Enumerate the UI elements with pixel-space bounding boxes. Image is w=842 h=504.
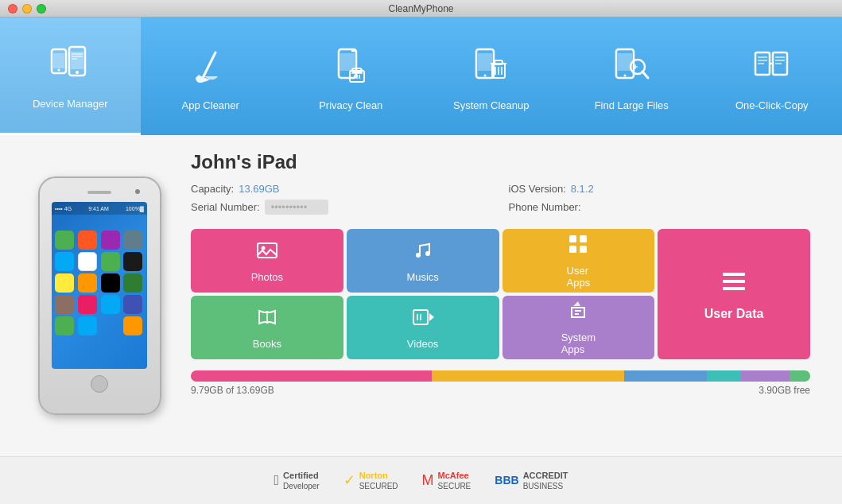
serial-row: Serial Number: •••••••••• [191, 200, 493, 215]
norton-badge-title: Norton [359, 470, 398, 481]
progress-apps [624, 370, 707, 382]
badge-norton: ✓ Norton SECURED [343, 470, 398, 491]
app-cleaner-icon [185, 42, 236, 93]
mcafee-badge-sub: SECURE [438, 481, 471, 491]
mcafee-badge-text: McAfee SECURE [438, 470, 471, 491]
nav-item-device-manager[interactable]: Device Manager [0, 17, 141, 135]
svg-rect-50 [569, 246, 576, 253]
svg-point-45 [261, 246, 265, 250]
mcafee-logo: M [422, 472, 434, 489]
grid-btn-user-apps[interactable]: UserApps [502, 229, 655, 293]
apple-badge-text: Certified Developer [283, 470, 320, 491]
videos-icon [412, 306, 434, 333]
svg-rect-52 [723, 273, 745, 276]
privacy-clean-icon [325, 42, 376, 93]
nav-item-privacy-clean[interactable]: Privacy Clean [281, 17, 421, 135]
user-apps-label: UserApps [567, 265, 591, 289]
capacity-row: Capacity: 13.69GB [191, 183, 493, 195]
bbb-badge-title: ACCREDIT [523, 470, 568, 481]
svg-rect-48 [569, 235, 576, 242]
svg-rect-51 [580, 246, 587, 253]
grid-btn-videos[interactable]: Videos [347, 296, 499, 359]
books-label: Books [253, 338, 281, 350]
feature-grid: Photos Musics [191, 229, 810, 359]
phone-label: Phone Number: [509, 201, 581, 213]
footer:  Certified Developer ✓ Norton SECURED M… [0, 456, 842, 504]
svg-marker-57 [429, 313, 434, 321]
svg-rect-54 [723, 287, 745, 290]
nav-item-system-cleanup[interactable]: System Cleanup [421, 17, 562, 135]
svg-point-30 [624, 74, 627, 76]
musics-label: Musics [406, 271, 438, 283]
title-bar: CleanMyPhone [0, 0, 842, 17]
progress-labels: 9.79GB of 13.69GB 3.90GB free [191, 385, 810, 396]
apple-logo:  [274, 472, 280, 489]
phone-row: Phone Number: [509, 200, 811, 215]
progress-system [741, 370, 790, 382]
videos-label: Videos [407, 338, 439, 350]
grid-btn-user-data[interactable]: User Data [658, 229, 810, 359]
device-manager-icon [45, 41, 95, 91]
phone-mockup: •••• 4G 9:41 AM 100%▓ [32, 151, 167, 440]
svg-point-47 [425, 251, 430, 256]
svg-rect-49 [580, 235, 587, 242]
storage-progress-bar [191, 370, 810, 382]
grid-btn-photos[interactable]: Photos [191, 229, 343, 293]
grid-btn-system-apps[interactable]: SystemApps [502, 296, 655, 359]
bbb-logo: BBB [495, 474, 518, 487]
photos-icon [256, 239, 278, 266]
system-apps-icon [567, 300, 589, 327]
storage-used: 9.79GB of 13.69GB [191, 385, 274, 396]
norton-badge-sub: SECURED [359, 481, 398, 491]
system-apps-label: SystemApps [561, 331, 596, 355]
svg-rect-24 [495, 60, 502, 64]
phone-body: •••• 4G 9:41 AM 100%▓ [38, 176, 161, 415]
nav-bar: Device Manager App Cleaner [0, 17, 842, 135]
svg-rect-1 [53, 53, 64, 68]
nav-label-system-cleanup: System Cleanup [453, 99, 529, 111]
svg-rect-20 [478, 53, 492, 71]
nav-item-find-large-files[interactable]: Find Large Files [561, 17, 702, 135]
badge-mcafee: M McAfee SECURE [422, 470, 471, 491]
user-data-label: User Data [704, 307, 764, 321]
svg-rect-44 [258, 243, 277, 258]
svg-point-21 [483, 74, 486, 76]
phone-speaker [87, 191, 111, 194]
svg-line-32 [642, 72, 648, 78]
mcafee-badge-title: McAfee [438, 470, 471, 481]
musics-icon [412, 239, 434, 266]
one-click-copy-icon [747, 42, 797, 93]
svg-point-46 [416, 253, 421, 258]
nav-label-find-large-files: Find Large Files [595, 99, 669, 111]
phone-camera [135, 189, 140, 194]
device-meta: Capacity: 13.69GB iOS Version: 8.1.2 Ser… [191, 183, 810, 215]
app-title: CleanMyPhone [388, 3, 453, 14]
grid-btn-books[interactable]: Books [191, 296, 343, 359]
grid-btn-musics[interactable]: Musics [347, 229, 499, 293]
system-cleanup-icon [466, 42, 517, 93]
nav-item-app-cleaner[interactable]: App Cleaner [141, 17, 281, 135]
svg-point-5 [76, 71, 79, 74]
serial-value: •••••••••• [265, 200, 328, 215]
svg-point-2 [58, 69, 60, 72]
capacity-label: Capacity: [191, 183, 234, 195]
window-controls [8, 4, 46, 14]
device-info-panel: John's iPad Capacity: 13.69GB iOS Versio… [191, 151, 810, 440]
find-large-files-icon [606, 42, 657, 93]
capacity-value: 13.69GB [239, 183, 279, 195]
norton-logo: ✓ [343, 471, 355, 489]
bbb-badge-sub: BUSINESS [523, 481, 568, 491]
minimize-button[interactable] [22, 4, 32, 14]
progress-videos [707, 370, 741, 382]
nav-label-one-click-copy: One-Click-Copy [735, 99, 809, 111]
maximize-button[interactable] [37, 4, 46, 14]
norton-badge-text: Norton SECURED [359, 470, 398, 491]
close-button[interactable] [8, 4, 17, 14]
badge-apple:  Certified Developer [274, 470, 320, 491]
progress-other [790, 370, 810, 382]
bbb-badge-text: ACCREDIT BUSINESS [523, 470, 568, 491]
ios-value: 8.1.2 [571, 183, 594, 195]
nav-label-app-cleaner: App Cleaner [182, 99, 239, 111]
nav-item-one-click-copy[interactable]: One-Click-Copy [702, 17, 843, 135]
badge-bbb: BBB ACCREDIT BUSINESS [495, 470, 568, 491]
